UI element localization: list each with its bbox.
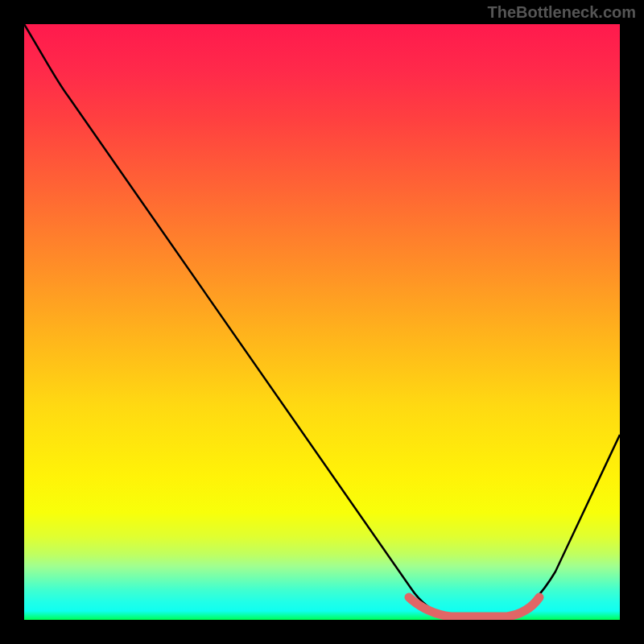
plot-area — [24, 24, 620, 620]
chart-container: TheBottleneck.com — [0, 0, 644, 644]
optimal-range-highlight-path — [409, 597, 539, 617]
watermark-text: TheBottleneck.com — [488, 3, 636, 22]
bottleneck-curve-path — [24, 24, 620, 617]
curve-svg — [24, 24, 620, 620]
